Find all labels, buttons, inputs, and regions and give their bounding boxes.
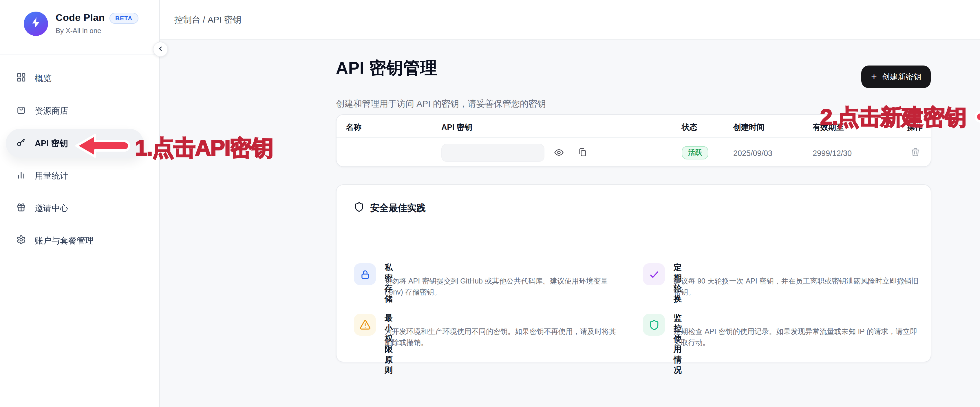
create-key-label: 创建新密钥 [882,72,921,82]
expires-date: 2999/12/30 [813,149,852,158]
eye-icon [554,147,564,159]
shield-outline-icon [354,202,364,214]
practices-title: 安全最佳实践 [370,202,426,214]
sidebar-item-label: 邀请中心 [35,203,68,214]
tutorial-arrow-left [74,133,132,161]
practice-desc: 为开发环境和生产环境使用不同的密钥。如果密钥不再使用，请及时将其删除或撤销。 [385,326,623,348]
breadcrumb[interactable]: 控制台 / API 密钥 [174,0,242,40]
key-icon [16,137,26,149]
sidebar-item-invite[interactable]: 邀请中心 [6,195,144,221]
brand-tagline: By X-All in one [56,27,101,35]
sidebar-header: Code Plan BETA By X-All in one [0,0,159,54]
delete-key-button[interactable] [909,147,921,160]
shield-icon [643,314,665,336]
app-window: Code Plan BETA By X-All in one 概览 资源商店 A… [0,0,980,407]
top-header: 控制台 / API 密钥 [160,0,980,40]
sidebar-item-label: 用量统计 [35,170,68,181]
col-header-key: API 密钥 [441,122,473,133]
sidebar-item-account[interactable]: 账户与套餐管理 [6,228,144,253]
reveal-key-button[interactable] [552,147,565,160]
col-header-created: 创建时间 [733,122,765,133]
security-practices-card: 安全最佳实践 私密存储 切勿将 API 密钥提交到 GitHub 或其他公共代码… [336,184,931,362]
app-logo [24,11,48,36]
page-title: API 密钥管理 [336,57,437,80]
page-subtitle: 创建和管理用于访问 API 的密钥，请妥善保管您的密钥 [336,99,546,110]
gift-icon [16,202,26,214]
tutorial-step1-label: 1.点击API密钥 [135,133,273,163]
practice-desc: 建议每 90 天轮换一次 API 密钥，并在员工离职或密钥泄露风险时立即撤销旧密… [674,276,919,298]
beta-badge: BETA [110,13,138,24]
copy-icon [577,147,587,159]
sidebar: Code Plan BETA By X-All in one 概览 资源商店 A… [0,0,160,407]
lock-icon [354,263,376,285]
bar-chart-icon [16,169,26,182]
alert-triangle-icon [354,314,376,336]
create-key-button[interactable]: + 创建新密钥 [861,65,931,88]
zap-icon [30,16,42,31]
sidebar-collapse-button[interactable] [153,42,168,57]
gear-icon [16,235,26,247]
tutorial-arrow-right [973,104,980,132]
practice-desc: 定期检查 API 密钥的使用记录。如果发现异常流量或未知 IP 的请求，请立即采… [674,326,919,348]
practice-desc: 切勿将 API 密钥提交到 GitHub 或其他公共代码库。建议使用环境变量 (… [385,276,623,298]
trash-icon [910,147,920,159]
chevron-left-icon [157,44,164,54]
status-badge: 活跃 [682,146,708,160]
grid-icon [16,72,26,85]
main-content: API 密钥管理 创建和管理用于访问 API 的密钥，请妥善保管您的密钥 + 创… [160,40,980,407]
brand-name: Code Plan [56,12,105,24]
plus-icon: + [871,72,877,81]
col-header-name: 名称 [346,122,361,133]
sidebar-item-usage[interactable]: 用量统计 [6,163,144,188]
masked-api-key [441,144,544,162]
sidebar-item-store[interactable]: 资源商店 [6,98,144,123]
sidebar-item-label: 账户与套餐管理 [35,235,94,246]
store-bag-icon [16,105,26,117]
created-date: 2025/09/03 [733,149,772,158]
tutorial-step2-label: 2.点击新建密钥 [820,103,966,132]
copy-key-button[interactable] [576,147,589,160]
sidebar-item-label: 资源商店 [35,105,68,116]
check-icon [643,263,665,285]
sidebar-item-label: 概览 [35,73,51,84]
col-header-status: 状态 [682,122,697,133]
sidebar-item-overview[interactable]: 概览 [6,65,144,91]
sidebar-item-label: API 密钥 [35,138,68,149]
